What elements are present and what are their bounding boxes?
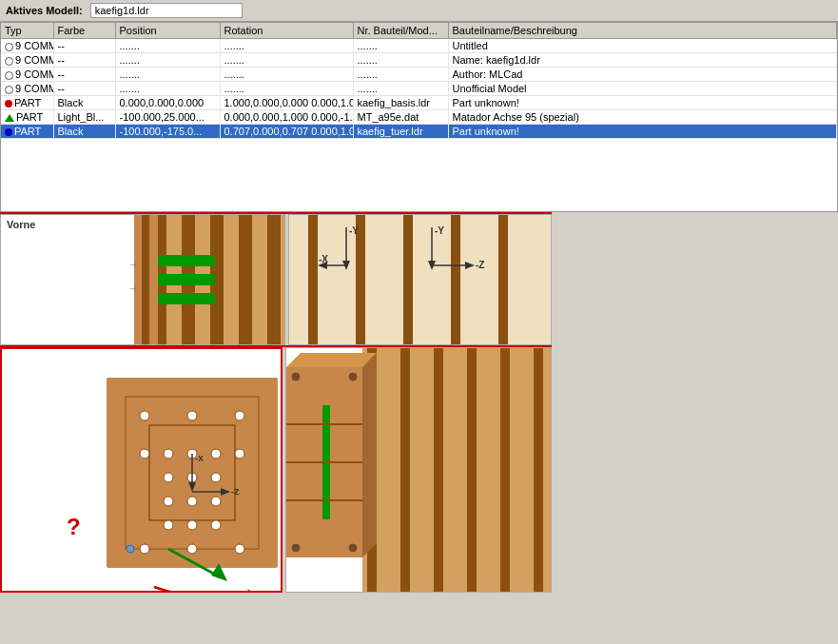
svg-rect-7: [142, 215, 149, 345]
cell-typ: PART: [1, 110, 53, 125]
svg-point-66: [127, 545, 134, 553]
svg-point-46: [140, 411, 149, 420]
col-header-nr: Nr. Bauteil/Mod...: [353, 23, 448, 39]
main-layout: Aktives Modell: Typ Farbe Position Rotat…: [0, 0, 838, 644]
svg-point-47: [187, 411, 197, 420]
cell-typ: PART: [1, 125, 53, 139]
table-row[interactable]: 9 COMM -- ....... ....... ....... Untitl…: [1, 39, 837, 53]
table-row[interactable]: 9 COMM -- ....... ....... ....... Author…: [1, 68, 837, 82]
svg-text:-Z: -Z: [231, 487, 240, 497]
col-header-typ: Typ: [1, 23, 53, 39]
svg-text:-Y: -Y: [435, 225, 444, 236]
viewport-bottom-row: ? -X: [0, 345, 552, 593]
svg-marker-70: [247, 589, 259, 593]
svg-rect-8: [158, 255, 215, 266]
svg-rect-18: [498, 215, 508, 345]
cell-nr: kaefig_basis.ldr: [353, 96, 448, 110]
cell-typ: 9 COMM: [1, 68, 53, 82]
cell-typ: 9 COMM: [1, 82, 53, 96]
parts-table-container: Typ Farbe Position Rotation Nr. Bauteil/…: [0, 22, 838, 212]
cell-name: Part unknown!: [448, 125, 837, 139]
parts-table: Typ Farbe Position Rotation Nr. Bauteil/…: [1, 23, 837, 139]
comm-circle: [5, 86, 13, 94]
table-row[interactable]: PART Light_Bl... -100.000,25.000... 0.00…: [1, 110, 837, 125]
svg-point-62: [211, 520, 221, 530]
cell-rotation: 0.000,0.000,1.000 0.000,-1.000,0.000...: [220, 110, 353, 125]
cell-position: -100.000,-175.0...: [115, 125, 220, 139]
svg-text:?: ?: [67, 514, 81, 539]
table-body: 9 COMM -- ....... ....... ....... Untitl…: [1, 39, 837, 139]
svg-rect-83: [534, 348, 543, 592]
comm-circle: [5, 57, 13, 66]
cell-name: Part unknown!: [448, 96, 837, 110]
part-triangle-green: [5, 114, 14, 122]
svg-rect-5: [267, 215, 281, 345]
cell-farbe: --: [53, 82, 115, 96]
svg-marker-41: [465, 262, 475, 269]
table-row[interactable]: 9 COMM -- ....... ....... ....... Unoffi…: [1, 82, 837, 96]
cell-rotation: .......: [220, 82, 353, 96]
table-header-row: Typ Farbe Position Rotation Nr. Bauteil/…: [1, 23, 837, 39]
left-panel: Vorne: [0, 212, 552, 644]
cell-rotation: .......: [220, 39, 353, 53]
cell-position: -100.000,25.000...: [115, 110, 220, 125]
bottom-left-viewport[interactable]: ? -X: [0, 347, 283, 593]
table-row[interactable]: PART Black 0.000,0.000,0.000 1.000,0.000…: [1, 96, 837, 110]
bottom-left-svg: ? -X: [2, 349, 283, 593]
cell-position: .......: [115, 82, 220, 96]
model-name-input[interactable]: [90, 3, 243, 18]
svg-point-48: [235, 411, 244, 420]
bottom-right-viewport[interactable]: [285, 347, 552, 593]
svg-text:-Z: -Z: [476, 260, 484, 270]
col-header-farbe: Farbe: [53, 23, 115, 39]
axis-y-neg-1: -Y -X: [318, 223, 394, 291]
svg-point-52: [211, 449, 221, 459]
col-header-name: Bauteilname/Beschreibung: [448, 23, 837, 39]
svg-text:-Y: -Y: [349, 225, 359, 236]
cell-nr: .......: [353, 39, 448, 53]
table-row[interactable]: PART Black -100.000,-175.0... 0.707,0.00…: [1, 125, 837, 139]
svg-point-53: [235, 449, 244, 459]
svg-point-58: [187, 497, 197, 506]
table-row[interactable]: 9 COMM -- ....... ....... ....... Name: …: [1, 53, 837, 68]
cell-farbe: --: [53, 39, 115, 53]
svg-point-60: [164, 520, 173, 530]
vorne-viewport[interactable]: Vorne: [0, 214, 285, 345]
svg-point-65: [235, 544, 244, 554]
cell-rotation: .......: [220, 53, 353, 68]
col-header-rotation: Rotation: [220, 23, 353, 39]
svg-rect-77: [362, 348, 551, 592]
svg-rect-10: [158, 293, 215, 304]
svg-point-49: [140, 449, 149, 459]
cell-name: Author: MLCad: [448, 68, 837, 82]
svg-point-93: [292, 544, 300, 552]
top-right-viewport[interactable]: -Y -X -Y -Z: [288, 214, 552, 345]
cell-farbe: Black: [53, 125, 115, 139]
svg-point-59: [211, 497, 221, 506]
svg-text:-X: -X: [319, 254, 328, 264]
svg-point-61: [187, 520, 197, 530]
active-model-label: Aktives Modell:: [6, 5, 83, 16]
col-header-position: Position: [115, 23, 220, 39]
bottom-right-svg: [286, 348, 551, 592]
comm-circle: [5, 43, 13, 51]
cell-farbe: Light_Bl...: [53, 110, 115, 125]
cell-position: .......: [115, 39, 220, 53]
svg-marker-86: [362, 353, 377, 557]
svg-point-63: [140, 544, 149, 554]
svg-text:-X: -X: [195, 454, 204, 463]
cell-name: Unofficial Model: [448, 82, 837, 96]
axis-y-neg-2: -Y -Z: [413, 223, 498, 291]
cell-nr: .......: [353, 53, 448, 68]
svg-text:⊣: ⊣: [129, 284, 136, 293]
svg-rect-14: [308, 215, 318, 345]
cell-rotation: .......: [220, 68, 353, 82]
svg-rect-16: [403, 215, 413, 345]
svg-point-92: [349, 373, 357, 381]
svg-rect-9: [158, 274, 215, 285]
svg-point-50: [164, 449, 173, 459]
cell-position: 0.000,0.000,0.000: [115, 96, 220, 110]
svg-point-91: [292, 373, 300, 381]
comm-circle: [5, 71, 13, 80]
cell-nr: .......: [353, 68, 448, 82]
